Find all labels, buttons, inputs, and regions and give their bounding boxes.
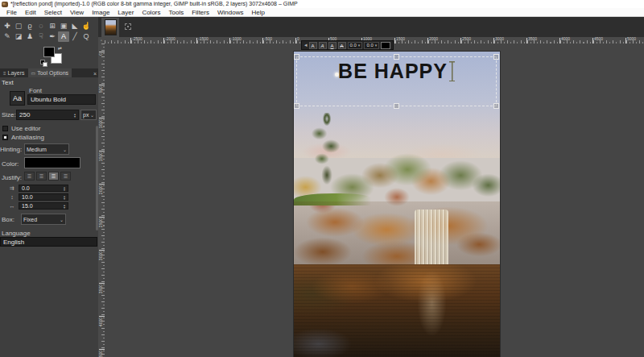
menu-item-edit[interactable]: Edit	[21, 8, 40, 17]
text-box-handle-top-left[interactable]	[294, 54, 299, 60]
tool-button-crop[interactable]: ⊞	[47, 21, 58, 31]
size-unit-dropdown[interactable]: px ⌄	[80, 110, 97, 120]
baseline-input[interactable]: 0.0 ▾	[348, 42, 363, 49]
swap-colors-icon[interactable]: ⇄	[58, 45, 62, 51]
text-style-underline-button[interactable]: A	[328, 42, 336, 49]
antialiasing-row: Antialiasing	[2, 134, 44, 141]
justify-right-button[interactable]: ☰	[36, 172, 47, 181]
tool-button-eraser[interactable]: ◪	[13, 31, 24, 42]
menu-item-windows[interactable]: Windows	[213, 8, 247, 17]
ruler-label: 500	[98, 86, 103, 93]
vertical-ruler[interactable]: 050010001500200025003000350040004500	[98, 44, 105, 357]
hinting-dropdown[interactable]: Medium ⌄	[24, 143, 69, 155]
spinner-down-icon[interactable]: ▾	[64, 197, 65, 200]
menu-item-file[interactable]: File	[2, 8, 21, 17]
justify-left-button[interactable]: ☰	[24, 172, 35, 181]
letter-spacing-input[interactable]: 15.0▴▾	[19, 202, 68, 210]
tool-button-color-picker[interactable]: ╱	[69, 31, 80, 42]
tool-buttons: ✚▢ϱ◌⊞▣◣☝✎◪♟☟✒A╱Q	[2, 21, 97, 42]
foreground-color-swatch[interactable]	[43, 47, 55, 57]
ruler-tick	[99, 217, 105, 218]
letter-spacing-stepper[interactable]: ▴▾	[61, 204, 68, 209]
menu-item-help[interactable]: Help	[247, 8, 268, 17]
indent-stepper[interactable]: ▴▾	[61, 186, 68, 191]
menu-item-layer[interactable]: Layer	[114, 8, 138, 17]
tool-button-transform[interactable]: ▣	[58, 21, 69, 31]
antialiasing-label: Antialiasing	[11, 134, 44, 141]
reset-colors-icon[interactable]	[40, 60, 46, 65]
tool-button-gradient[interactable]: ◣	[69, 21, 80, 31]
line-spacing-stepper[interactable]: ▴▾	[61, 195, 68, 200]
kerning-input[interactable]: 0.0 ▾	[364, 42, 379, 49]
canvas-area: ▫ -2500-2000-1500-1000-50005001000150020…	[98, 17, 644, 357]
spinner-down-icon[interactable]: ▾	[74, 115, 76, 118]
justify-fill-button[interactable]: ☰	[60, 172, 71, 181]
ruler-tick	[163, 38, 164, 44]
line-spacing-input[interactable]: 10.0▴▾	[19, 193, 68, 201]
text-box-handle-top-right[interactable]	[493, 54, 499, 60]
image-tab-thumbnail	[105, 19, 117, 35]
tool-button-text[interactable]: A	[58, 31, 69, 42]
tab-tool-options[interactable]: ▭ Tool Options	[28, 68, 72, 77]
tool-button-paths[interactable]: ✒	[47, 31, 58, 42]
ruler-tick	[99, 184, 105, 185]
font-preview-button[interactable]: Aa	[10, 91, 25, 106]
ruler-tick	[196, 38, 197, 44]
ruler-tick	[99, 85, 105, 85]
canvas-text[interactable]: BE HAPPY	[338, 60, 448, 82]
tab-layers[interactable]: ≡ Layers	[0, 68, 28, 77]
ruler-corner-button[interactable]: ▫	[98, 37, 105, 44]
menu-item-filters[interactable]: Filters	[188, 8, 213, 17]
tool-button-zoom[interactable]: Q	[80, 31, 92, 42]
tool-button-move[interactable]: ✚	[2, 21, 13, 31]
menu-item-tools[interactable]: Tools	[165, 8, 188, 17]
text-box-handle-bottom-right[interactable]	[493, 103, 499, 109]
menu-item-select[interactable]: Select	[40, 8, 66, 17]
size-input[interactable]: 250 ▴ ▾	[16, 110, 79, 120]
text-style-italic-button[interactable]: A	[319, 42, 327, 49]
size-stepper[interactable]: ▴ ▾	[72, 113, 78, 118]
antialiasing-checkbox[interactable]	[2, 135, 8, 140]
tool-options-title: Text	[2, 79, 14, 86]
text-toolbar-color-swatch[interactable]	[381, 42, 390, 49]
justify-center-button[interactable]: ☰	[48, 172, 59, 181]
dock-close-button[interactable]: ×	[93, 70, 97, 77]
tool-button-clone[interactable]: ♟	[24, 31, 35, 42]
ruler-label: -2500	[132, 37, 142, 41]
canvas-image[interactable]: BE HAPPY	[294, 52, 500, 357]
menu-item-colors[interactable]: Colors	[138, 8, 164, 17]
text-layer-box[interactable]: BE HAPPY	[296, 56, 497, 106]
ruler-label: 4000	[98, 318, 103, 326]
box-mode-value: Fixed	[23, 217, 37, 222]
tool-button-blur[interactable]: ☟	[35, 31, 47, 42]
box-mode-dropdown[interactable]: Fixed ⌄	[21, 214, 66, 225]
size-label: Size:	[2, 111, 16, 118]
spinner-down-icon[interactable]: ▾	[64, 206, 65, 209]
language-label: Language	[2, 230, 31, 237]
tool-button-free-select[interactable]: ϱ	[24, 21, 35, 31]
text-box-handle-bottom-middle[interactable]	[394, 103, 399, 109]
text-style-bold-button[interactable]: A	[309, 42, 317, 49]
image-tab[interactable]	[101, 18, 119, 37]
ruler-tick	[625, 38, 626, 44]
tool-button-smudge-hand[interactable]: ☝	[80, 21, 92, 31]
tool-button-paintbrush[interactable]: ✎	[2, 31, 13, 42]
menu-item-image[interactable]: Image	[88, 8, 114, 17]
language-input[interactable]: English	[0, 237, 97, 247]
canvas-viewport[interactable]: BE HAPPY	[105, 44, 644, 357]
use-editor-checkbox[interactable]	[2, 126, 8, 131]
text-style-strikethrough-button[interactable]: A	[338, 42, 346, 49]
text-box-handle-top-middle[interactable]	[394, 54, 399, 60]
letter-spacing-icon: ↔	[8, 203, 16, 209]
indent-icon: ⇉	[8, 185, 16, 192]
text-color-swatch[interactable]	[24, 157, 80, 168]
tool-button-rectangle-select[interactable]: ▢	[13, 21, 24, 31]
text-box-handle-bottom-left[interactable]	[294, 103, 299, 109]
font-name-input[interactable]: Ubuntu Bold	[27, 94, 96, 105]
spinner-down-icon[interactable]: ▾	[64, 189, 65, 191]
tool-button-fuzzy-select[interactable]: ◌	[35, 21, 47, 31]
menu-item-view[interactable]: View	[66, 8, 88, 17]
indent-input[interactable]: 0.0▴▾	[19, 185, 68, 192]
ruler-tick	[99, 316, 105, 317]
spacing-controls: ⇉0.0▴▾↕10.0▴▾↔15.0▴▾	[8, 184, 92, 210]
